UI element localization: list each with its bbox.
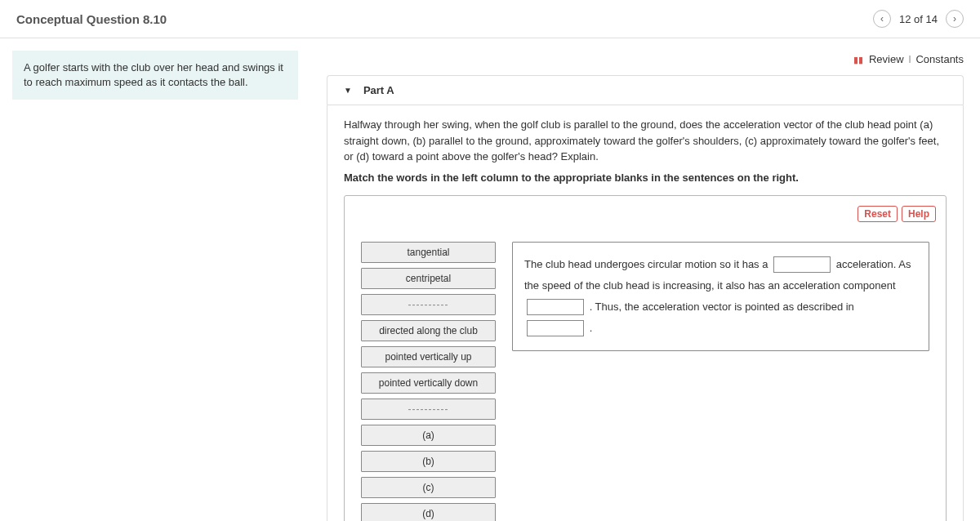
drop-blank[interactable] bbox=[527, 299, 584, 315]
question-text: Halfway through her swing, when the golf… bbox=[344, 117, 947, 165]
drop-blank[interactable] bbox=[773, 256, 831, 273]
caret-down-icon: ▼ bbox=[344, 86, 352, 95]
sentence-segment: . Thus, the acceleration vector is point… bbox=[590, 301, 854, 313]
drop-blank[interactable] bbox=[527, 320, 584, 336]
word-item[interactable]: (d) bbox=[361, 503, 496, 522]
sidebar: A golfer starts with the club over her h… bbox=[0, 38, 310, 521]
page-nav: ‹ 12 of 14 › bbox=[873, 10, 964, 28]
sentence-segment: The club head undergoes circular motion … bbox=[524, 258, 771, 270]
work-toolbar: Reset Help bbox=[354, 206, 936, 222]
word-item[interactable]: ---------- bbox=[361, 399, 496, 420]
word-item[interactable]: pointed vertically down bbox=[361, 372, 496, 394]
top-links: ▮▮ Review I Constants bbox=[327, 47, 964, 75]
word-item[interactable]: directed along the club bbox=[361, 320, 496, 341]
page-position: 12 of 14 bbox=[899, 13, 938, 25]
main-content: ▮▮ Review I Constants ▼ Part A Halfway t… bbox=[310, 38, 980, 521]
word-item[interactable]: (a) bbox=[361, 425, 496, 446]
problem-statement: A golfer starts with the club over her h… bbox=[12, 51, 298, 100]
help-button[interactable]: Help bbox=[902, 206, 936, 222]
page-title: Conceptual Question 8.10 bbox=[16, 12, 167, 26]
reset-button[interactable]: Reset bbox=[858, 206, 898, 222]
instruction-text: Match the words in the left column to th… bbox=[344, 171, 947, 184]
page-header: Conceptual Question 8.10 ‹ 12 of 14 › bbox=[0, 0, 980, 38]
word-item[interactable]: ---------- bbox=[361, 294, 496, 315]
word-item[interactable]: pointed vertically up bbox=[361, 346, 496, 367]
word-item[interactable]: tangential bbox=[361, 242, 496, 263]
part-header[interactable]: ▼ Part A bbox=[327, 75, 964, 105]
work-area: Reset Help tangential centripetal ------… bbox=[344, 195, 947, 522]
word-bank: tangential centripetal ---------- direct… bbox=[361, 242, 496, 522]
sentence-segment: . bbox=[590, 322, 593, 334]
word-item[interactable]: (b) bbox=[361, 451, 496, 472]
part-label: Part A bbox=[363, 84, 394, 96]
separator: I bbox=[908, 53, 911, 65]
pause-icon: ▮▮ bbox=[853, 55, 863, 65]
word-item[interactable]: (c) bbox=[361, 477, 496, 498]
sentence-area: The club head undergoes circular motion … bbox=[512, 242, 929, 351]
part-body: Halfway through her swing, when the golf… bbox=[327, 105, 964, 521]
constants-link[interactable]: Constants bbox=[915, 53, 964, 65]
review-link[interactable]: Review bbox=[869, 53, 904, 65]
word-item[interactable]: centripetal bbox=[361, 268, 496, 289]
next-button[interactable]: › bbox=[946, 10, 964, 28]
prev-button[interactable]: ‹ bbox=[873, 10, 891, 28]
